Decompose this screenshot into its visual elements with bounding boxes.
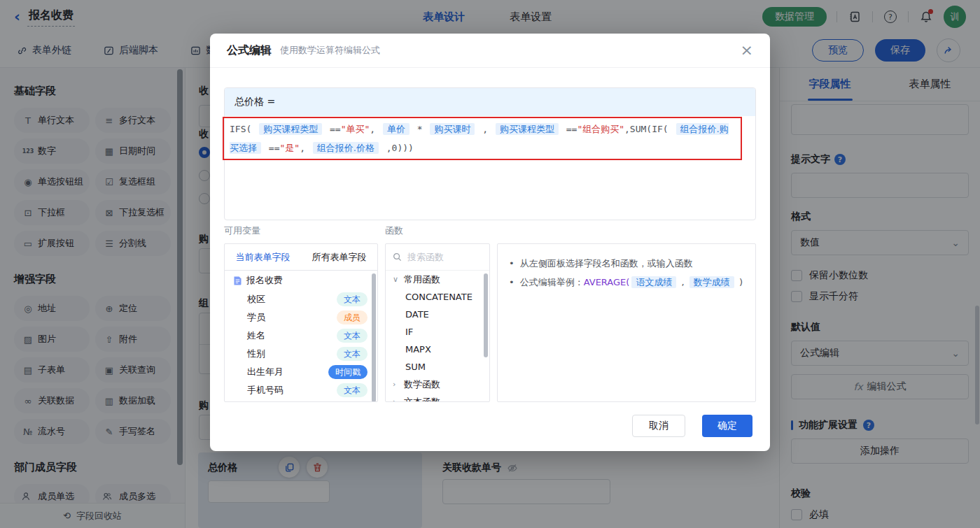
variable-field-row[interactable]: 性别文本: [225, 345, 377, 363]
functions-scrollbar[interactable]: [484, 273, 488, 357]
function-search: [386, 244, 489, 271]
variable-field-row[interactable]: 出生年月时间戳: [225, 363, 377, 381]
modal-header: 公式编辑 使用数学运算符编辑公式 ×: [210, 34, 770, 68]
function-item[interactable]: MAPX: [386, 341, 489, 358]
form-file-icon: [233, 276, 242, 285]
variables-tabs: 当前表单字段 所有表单字段: [225, 244, 377, 271]
chevron-right-icon: ›: [393, 380, 400, 389]
field-type-badge: 文本: [337, 383, 368, 397]
formula-result-label: 总价格 =: [225, 88, 755, 116]
cancel-button[interactable]: 取消: [632, 415, 685, 437]
variable-field-row[interactable]: 校区文本: [225, 290, 377, 308]
function-group-common[interactable]: ∨常用函数: [386, 271, 489, 288]
variable-field-row[interactable]: 姓名文本: [225, 327, 377, 345]
modal-subtitle: 使用数学运算符编辑公式: [280, 44, 380, 57]
help-tip-1: • 从左侧面板选择字段名和函数，或输入函数: [509, 254, 744, 273]
app: ‹ 报名收费 表单设计 表单设置 数据管理 ? 训 表单外链: [0, 0, 980, 528]
function-item[interactable]: SUM: [386, 358, 489, 376]
formula-help-panel: • 从左侧面板选择字段名和函数，或输入函数 • 公式编辑举例：AVERAGE(语…: [497, 243, 756, 402]
formula-expression[interactable]: IFS( 购买课程类型 =="单买", 单价 * 购买课时 , 购买课程类型 =…: [230, 120, 735, 157]
field-type-badge: 文本: [337, 292, 368, 306]
field-type-badge: 成员: [337, 311, 368, 324]
field-type-badge: 文本: [337, 329, 368, 343]
function-group-text[interactable]: ›文本函数: [386, 393, 489, 402]
search-icon: [393, 252, 402, 262]
variable-field-row[interactable]: 手机号码文本: [225, 381, 377, 399]
variables-panel: 当前表单字段 所有表单字段 报名收费 校区文本 学员成员 姓名文本 性别文本 出…: [224, 243, 378, 402]
modal-title: 公式编辑: [227, 43, 272, 58]
function-search-input[interactable]: [407, 252, 477, 262]
variable-field-row[interactable]: 学员成员: [225, 308, 377, 327]
chevron-down-icon: ∨: [393, 275, 400, 284]
formula-editor-modal: 公式编辑 使用数学运算符编辑公式 × 总价格 = IFS( 购买课程类型 =="…: [210, 34, 770, 451]
formula-highlight-box: IFS( 购买课程类型 =="单买", 单价 * 购买课时 , 购买课程类型 =…: [223, 117, 742, 160]
confirm-button[interactable]: 确定: [702, 415, 752, 437]
close-icon[interactable]: ×: [741, 43, 753, 58]
tab-all-form-fields[interactable]: 所有表单字段: [312, 251, 367, 264]
variables-scrollbar[interactable]: [372, 273, 376, 402]
functions-label: 函数: [385, 224, 403, 237]
functions-panel: ∨常用函数 CONCATENATE DATE IF MAPX SUM ›数学函数…: [385, 243, 490, 402]
function-item[interactable]: IF: [386, 323, 489, 341]
field-type-badge: 文本: [337, 347, 368, 361]
form-node[interactable]: 报名收费: [225, 271, 377, 290]
function-group-math[interactable]: ›数学函数: [386, 376, 489, 393]
chevron-right-icon: ›: [393, 397, 400, 402]
function-item[interactable]: CONCATENATE: [386, 288, 489, 306]
tab-current-form-fields[interactable]: 当前表单字段: [236, 251, 290, 264]
variables-label: 可用变量: [224, 224, 260, 237]
function-item[interactable]: DATE: [386, 306, 489, 323]
formula-example: 公式编辑举例：AVERAGE(语文成绩 , 数学成绩 ): [520, 273, 743, 292]
field-type-badge: 时间戳: [328, 365, 368, 379]
help-tip-2: • 公式编辑举例：AVERAGE(语文成绩 , 数学成绩 ): [509, 273, 744, 292]
